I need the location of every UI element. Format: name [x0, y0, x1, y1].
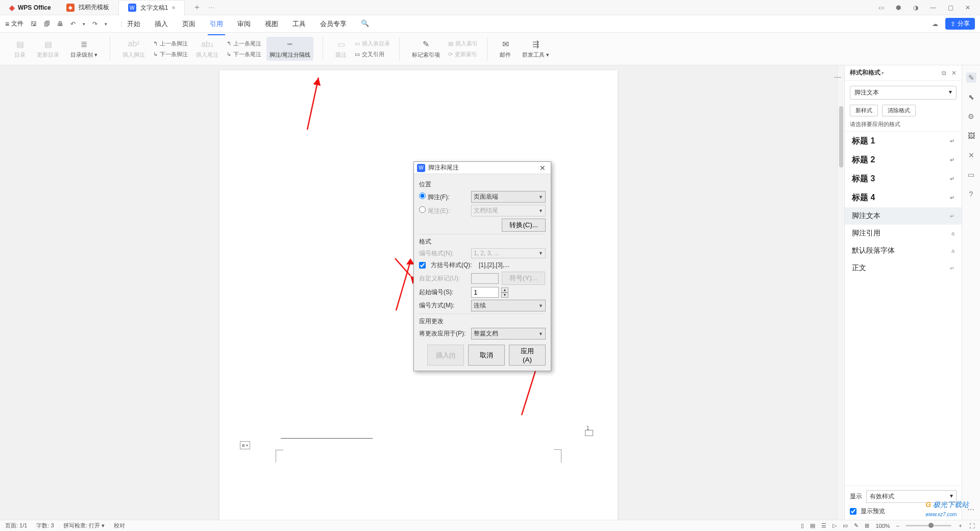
insert-index-button[interactable]: ▤插入索引	[448, 40, 478, 47]
apply-to-combo[interactable]: 整篇文档▼	[471, 328, 546, 340]
insert-endnote-button[interactable]: ab₁插入尾注	[193, 37, 222, 61]
style-heading1[interactable]: 标题 1↵	[845, 132, 962, 151]
tab-document[interactable]: W 文字文稿1	[118, 0, 185, 15]
insert-footnote-button[interactable]: ab¹插入脚注	[119, 37, 148, 61]
section-marker[interactable]: ≡	[240, 441, 250, 449]
pin-icon[interactable]: ⧉	[942, 69, 946, 77]
mark-index-button[interactable]: ✎标记索引项	[409, 37, 443, 61]
minimize-button[interactable]: —	[929, 4, 937, 11]
spin-up-button[interactable]: ▲	[501, 287, 508, 293]
rail-help-icon[interactable]: ?	[966, 189, 976, 199]
style-heading4[interactable]: 标题 4↵	[845, 188, 962, 207]
numbering-combo[interactable]: 连续▼	[471, 300, 546, 311]
current-style-combo[interactable]: 脚注文本▾	[850, 86, 957, 100]
style-heading2[interactable]: 标题 2↵	[845, 151, 962, 170]
zoom-in-button[interactable]: ＋	[958, 522, 963, 529]
menu-tab-page[interactable]: 页面	[180, 16, 198, 32]
status-page[interactable]: 页面: 1/1	[5, 522, 27, 529]
footnote-position-combo[interactable]: 页面底端▼	[471, 191, 546, 203]
search-icon[interactable]: 🔍	[359, 16, 371, 32]
save-icon[interactable]: 🖫	[31, 20, 37, 28]
redo-dropdown-icon[interactable]: ▾	[105, 21, 107, 27]
share-button[interactable]: ⇪ 分享	[945, 18, 975, 30]
style-footnote-ref[interactable]: 脚注引用a	[845, 225, 962, 242]
start-at-input[interactable]	[471, 287, 499, 298]
preview-checkbox[interactable]	[850, 508, 856, 515]
mass-send-button[interactable]: ⇶群发工具 ▾	[519, 37, 552, 61]
prev-footnote-button[interactable]: ↰上一条脚注	[153, 40, 188, 47]
dialog-close-button[interactable]: ✕	[537, 164, 548, 172]
view-web-icon[interactable]: ☰	[821, 522, 826, 529]
menu-tab-start[interactable]: 开始	[125, 16, 142, 32]
mail-button[interactable]: ✉邮件	[497, 37, 514, 61]
rail-select-icon[interactable]: ⬉	[966, 92, 976, 102]
update-index-button[interactable]: ⟳更新索引	[448, 51, 478, 58]
view-focus-icon[interactable]: ▭	[843, 522, 848, 529]
bracket-checkbox[interactable]	[419, 262, 426, 269]
close-window-button[interactable]: ✕	[964, 4, 972, 11]
maximize-button[interactable]: ▢	[946, 4, 954, 11]
redo-icon[interactable]: ↷	[92, 20, 97, 28]
panel-close-icon[interactable]: ✕	[951, 69, 957, 77]
footnote-radio[interactable]	[419, 192, 426, 199]
footnote-radio-label[interactable]: 脚注(F):	[419, 192, 468, 202]
view-outline-icon[interactable]: ▤	[810, 522, 815, 529]
cloud-sync-icon[interactable]: ☁	[932, 20, 938, 28]
status-spellcheck[interactable]: 拼写检查: 打开 ▾	[63, 522, 105, 529]
endnote-radio-label[interactable]: 尾注(E):	[419, 206, 468, 215]
zoom-out-button[interactable]: −	[896, 523, 899, 529]
tab-close-icon[interactable]	[172, 6, 175, 9]
clear-format-button[interactable]: 清除格式	[882, 105, 916, 116]
cube-icon[interactable]: ⬢	[894, 4, 902, 11]
new-tab-button[interactable]: ＋	[190, 2, 204, 13]
menu-tab-view[interactable]: 视图	[263, 16, 280, 32]
caption-button[interactable]: ▭题注	[332, 37, 350, 61]
file-menu[interactable]: ≡ 文件	[5, 19, 23, 28]
panel-collapse-icon[interactable]: —	[834, 73, 841, 81]
endnote-radio[interactable]	[419, 206, 426, 213]
status-proof[interactable]: 校对	[114, 522, 125, 529]
rail-shape-icon[interactable]: ▭	[966, 170, 976, 180]
status-words[interactable]: 字数: 3	[36, 522, 54, 529]
update-toc-button[interactable]: ▤更新目录	[34, 37, 62, 61]
view-grid-icon[interactable]: ⊞	[865, 522, 869, 529]
user-avatar-icon[interactable]: ◑	[912, 4, 920, 11]
zoom-value[interactable]: 100%	[875, 523, 890, 529]
style-heading3[interactable]: 标题 3↵	[845, 170, 962, 188]
menu-tab-insert[interactable]: 插入	[153, 16, 170, 32]
print-icon[interactable]: 🖶	[57, 20, 63, 28]
vertical-scrollbar[interactable]	[837, 65, 844, 520]
rail-tools-icon[interactable]: ✕	[966, 150, 976, 160]
print-preview-icon[interactable]: 🗐	[44, 20, 50, 28]
dialog-titlebar[interactable]: W 脚注和尾注 ✕	[414, 162, 551, 174]
fullscreen-icon[interactable]: ⛶	[969, 523, 975, 529]
tab-overflow-icon[interactable]: ⋯	[208, 4, 214, 11]
next-endnote-button[interactable]: ↳下一条尾注	[227, 51, 261, 58]
cancel-button[interactable]: 取消	[468, 345, 505, 366]
view-tools-icon[interactable]: ✎	[854, 522, 859, 529]
view-read-icon[interactable]: ▷	[832, 522, 837, 529]
view-page-icon[interactable]: ▯	[801, 522, 804, 529]
prev-endnote-button[interactable]: ↰上一条尾注	[227, 40, 261, 47]
menu-tab-reference[interactable]: 引用	[208, 16, 225, 32]
styles-list[interactable]: 标题 1↵ 标题 2↵ 标题 3↵ 标题 4↵ 脚注文本↵ 脚注引用a 默认段落…	[845, 131, 962, 486]
apply-button[interactable]: 应用(A)	[509, 345, 546, 366]
convert-button[interactable]: 转换(C)...	[502, 219, 546, 232]
menu-tab-review[interactable]: 审阅	[235, 16, 253, 32]
menu-tab-tools[interactable]: 工具	[290, 16, 308, 32]
cross-reference-button[interactable]: ▭交叉引用	[355, 51, 390, 58]
new-style-button[interactable]: 新样式	[850, 105, 878, 116]
style-default-font[interactable]: 默认段落字体a	[845, 242, 962, 259]
reader-icon[interactable]: ▭	[877, 4, 885, 11]
style-footnote-text[interactable]: 脚注文本↵	[845, 207, 962, 225]
style-body[interactable]: 正文↵	[845, 259, 962, 277]
next-footnote-button[interactable]: ↳下一条脚注	[153, 51, 188, 58]
zoom-slider[interactable]	[905, 525, 951, 526]
toc-level-button[interactable]: ≣目录级别 ▾	[67, 37, 101, 61]
rail-format-icon[interactable]: ✎	[966, 73, 976, 83]
rail-settings-icon[interactable]: ⚙	[966, 111, 976, 122]
scrollbar-thumb[interactable]	[839, 106, 843, 167]
spin-down-button[interactable]: ▼	[501, 293, 508, 298]
menu-tab-member[interactable]: 会员专享	[318, 16, 349, 32]
rail-image-icon[interactable]: 🖼	[966, 131, 976, 141]
